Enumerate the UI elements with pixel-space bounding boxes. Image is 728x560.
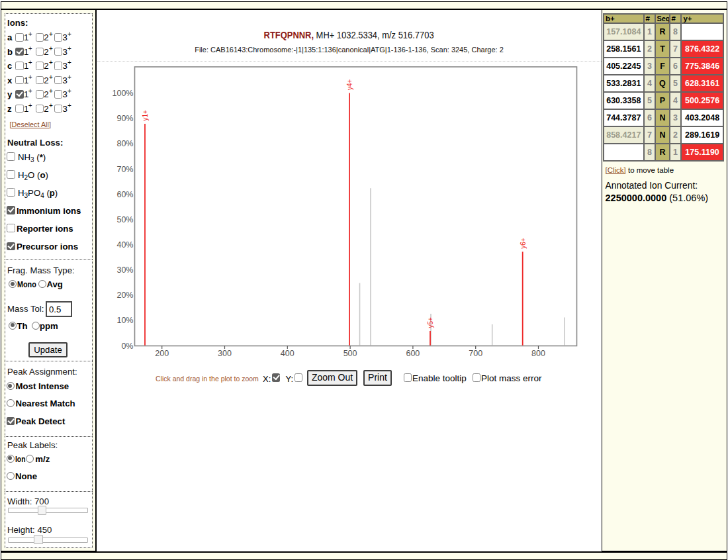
svg-text:y5+: y5+	[427, 317, 434, 328]
svg-text:50%: 50%	[116, 215, 133, 224]
svg-text:700: 700	[469, 349, 482, 358]
svg-text:20%: 20%	[116, 291, 133, 300]
svg-text:500: 500	[343, 349, 357, 358]
svg-text:y4+: y4+	[346, 79, 353, 90]
svg-text:80%: 80%	[116, 139, 133, 148]
svg-text:200: 200	[155, 349, 169, 358]
svg-text:90%: 90%	[116, 114, 133, 123]
svg-text:10%: 10%	[116, 316, 133, 325]
svg-text:800: 800	[531, 349, 545, 358]
svg-text:40%: 40%	[116, 240, 133, 250]
svg-text:30%: 30%	[116, 265, 133, 275]
svg-text:y1+: y1+	[142, 110, 149, 121]
svg-text:0%: 0%	[121, 342, 133, 351]
svg-text:600: 600	[406, 349, 420, 358]
svg-text:70%: 70%	[116, 165, 133, 174]
svg-text:y6+: y6+	[520, 238, 527, 249]
svg-text:400: 400	[281, 349, 295, 358]
svg-text:100%: 100%	[113, 89, 134, 98]
svg-text:300: 300	[218, 349, 232, 358]
svg-text:60%: 60%	[116, 190, 133, 199]
